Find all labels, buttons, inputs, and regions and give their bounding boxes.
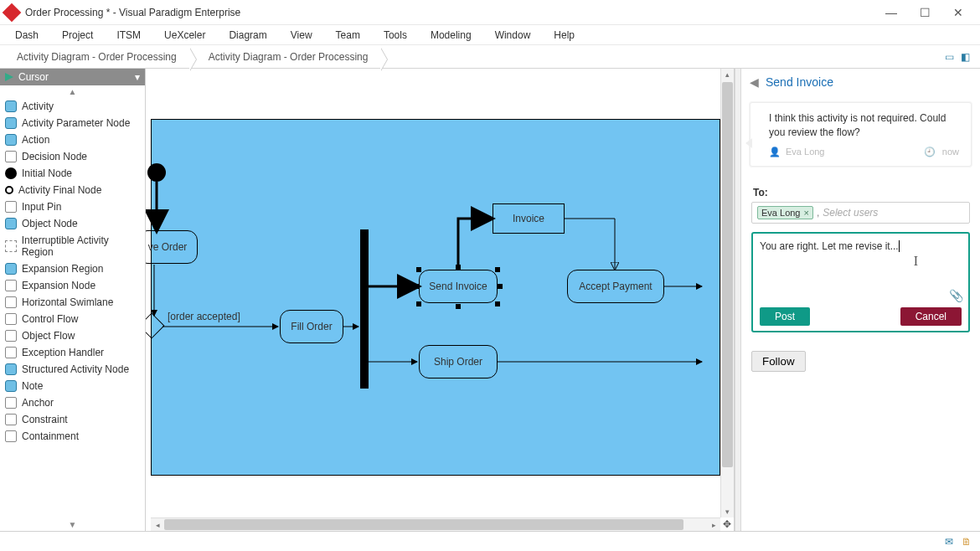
structured-icon bbox=[5, 363, 17, 375]
horizontal-scrollbar[interactable]: ◂ ▸ bbox=[151, 518, 720, 531]
pan-icon[interactable]: ✥ bbox=[720, 518, 734, 531]
selection-handle[interactable] bbox=[416, 301, 421, 306]
statusbar: ✉ 🗎 bbox=[0, 531, 980, 551]
node-fork-bar[interactable] bbox=[360, 229, 369, 389]
splitter[interactable] bbox=[735, 69, 741, 531]
exception-icon bbox=[5, 347, 17, 358]
action-icon bbox=[5, 134, 17, 146]
node-initial[interactable] bbox=[147, 163, 166, 182]
comment-text: I think this activity is not required. C… bbox=[769, 111, 959, 140]
palette-item-action[interactable]: Action bbox=[0, 131, 145, 148]
palette-item-object-node[interactable]: Object Node bbox=[0, 215, 145, 232]
post-button[interactable]: Post bbox=[760, 307, 810, 326]
menu-uexceler[interactable]: UeXceler bbox=[164, 29, 205, 41]
cursor-icon bbox=[5, 73, 13, 81]
palette-item-anchor[interactable]: Anchor bbox=[0, 394, 145, 411]
node-accept-payment[interactable]: Accept Payment bbox=[567, 270, 664, 303]
node-send-invoice[interactable]: Send Invoice bbox=[419, 270, 498, 303]
mail-icon[interactable]: ✉ bbox=[945, 536, 953, 548]
edge-label-order-accepted: [order accepted] bbox=[168, 311, 240, 322]
palette-item-swimlane[interactable]: Horizontal Swimlane bbox=[0, 294, 145, 311]
follow-button[interactable]: Follow bbox=[751, 351, 806, 372]
to-field[interactable]: Eva Long × , Select users bbox=[751, 202, 970, 224]
attachment-icon[interactable]: 📎 bbox=[949, 289, 963, 302]
palette-item-note[interactable]: Note bbox=[0, 378, 145, 394]
comments-panel: ◀ Send Invoice I think this activity is … bbox=[741, 69, 980, 531]
final-icon bbox=[5, 186, 13, 194]
breadcrumb-item[interactable]: Activity Diagram - Order Processing bbox=[199, 48, 382, 66]
toolbar-icon[interactable]: ▭ bbox=[945, 51, 954, 63]
menu-project[interactable]: Project bbox=[62, 29, 93, 41]
text-cursor-icon: I bbox=[914, 254, 918, 269]
selection-handle[interactable] bbox=[416, 267, 421, 272]
palette-item-structured[interactable]: Structured Activity Node bbox=[0, 361, 145, 378]
selection-handle[interactable] bbox=[456, 265, 461, 270]
selection-handle[interactable] bbox=[414, 284, 419, 289]
scrollbar-thumb[interactable] bbox=[164, 519, 683, 530]
control-flow-icon bbox=[5, 313, 17, 325]
selection-handle[interactable] bbox=[495, 301, 500, 306]
to-placeholder: Select users bbox=[823, 207, 878, 219]
message-box[interactable]: You are right. Let me revise it... I 📎 P… bbox=[751, 232, 970, 332]
maximize-button[interactable]: ☐ bbox=[908, 0, 941, 25]
diagram-area[interactable]: ve Order Fill Order Send Invoice Invoice… bbox=[146, 69, 735, 531]
palette-item-interruptible[interactable]: Interruptible Activity Region bbox=[0, 232, 145, 260]
node-receive-order[interactable]: ve Order bbox=[146, 230, 198, 264]
menu-diagram[interactable]: Diagram bbox=[229, 29, 266, 41]
user-icon: 👤 bbox=[769, 147, 781, 157]
to-separator: , bbox=[817, 207, 819, 219]
chevron-down-icon: ▾ bbox=[135, 71, 140, 83]
palette-item-expansion-region[interactable]: Expansion Region bbox=[0, 260, 145, 277]
palette-item-input-pin[interactable]: Input Pin bbox=[0, 198, 145, 215]
palette-cursor[interactable]: Cursor ▾ bbox=[0, 69, 145, 85]
palette-item-object-flow[interactable]: Object Flow bbox=[0, 327, 145, 344]
object-flow-icon bbox=[5, 330, 17, 342]
node-ship-order[interactable]: Ship Order bbox=[419, 345, 498, 378]
minimize-button[interactable]: — bbox=[874, 0, 908, 25]
selection-handle[interactable] bbox=[495, 267, 500, 272]
palette-item-containment[interactable]: Containment bbox=[0, 428, 145, 445]
menu-modeling[interactable]: Modeling bbox=[431, 29, 472, 41]
palette-item-activity[interactable]: Activity bbox=[0, 98, 145, 115]
palette-item-initial[interactable]: Initial Node bbox=[0, 165, 145, 182]
chip-remove-icon[interactable]: × bbox=[803, 208, 808, 218]
to-label: To: bbox=[753, 187, 968, 198]
menu-help[interactable]: Help bbox=[554, 29, 575, 41]
menubar: Dash Project ITSM UeXceler Diagram View … bbox=[0, 25, 980, 45]
palette-item-constraint[interactable]: Constraint bbox=[0, 411, 145, 428]
chip-label: Eva Long bbox=[761, 208, 800, 218]
palette-item-decision[interactable]: Decision Node bbox=[0, 148, 145, 165]
object-node-icon bbox=[5, 218, 17, 229]
breadcrumb-item[interactable]: Activity Diagram - Order Processing bbox=[7, 48, 190, 66]
palette-collapse-up[interactable]: ▲ bbox=[0, 85, 145, 98]
palette-item-final[interactable]: Activity Final Node bbox=[0, 182, 145, 198]
toolbar-icon[interactable]: ◧ bbox=[961, 51, 970, 63]
menu-itsm[interactable]: ITSM bbox=[116, 29, 141, 41]
vertical-scrollbar[interactable]: ▴ ▾ bbox=[720, 69, 734, 518]
selection-handle[interactable] bbox=[498, 284, 503, 289]
app-logo-icon bbox=[3, 3, 22, 22]
cancel-button[interactable]: Cancel bbox=[900, 307, 962, 326]
palette-item-control-flow[interactable]: Control Flow bbox=[0, 311, 145, 327]
menu-view[interactable]: View bbox=[291, 29, 312, 41]
scrollbar-thumb[interactable] bbox=[722, 82, 733, 467]
palette-item-expansion-node[interactable]: Expansion Node bbox=[0, 277, 145, 294]
node-invoice[interactable]: Invoice bbox=[493, 203, 565, 234]
close-button[interactable]: ✕ bbox=[941, 0, 975, 25]
menu-window[interactable]: Window bbox=[495, 29, 531, 41]
palette-item-activity-param[interactable]: Activity Parameter Node bbox=[0, 115, 145, 131]
menu-team[interactable]: Team bbox=[336, 29, 360, 41]
note-icon bbox=[5, 380, 17, 392]
palette-item-exception[interactable]: Exception Handler bbox=[0, 344, 145, 361]
user-chip[interactable]: Eva Long × bbox=[757, 206, 813, 219]
clock-icon: 🕘 bbox=[924, 147, 936, 157]
node-fill-order[interactable]: Fill Order bbox=[280, 310, 343, 343]
notes-icon[interactable]: 🗎 bbox=[962, 536, 972, 548]
menu-dash[interactable]: Dash bbox=[15, 29, 39, 41]
palette-collapse-down[interactable]: ▼ bbox=[0, 518, 145, 531]
anchor-icon bbox=[5, 397, 17, 409]
back-icon[interactable]: ◀ bbox=[750, 75, 759, 89]
menu-tools[interactable]: Tools bbox=[384, 29, 407, 41]
selection-handle[interactable] bbox=[456, 304, 461, 309]
input-pin-icon bbox=[5, 201, 17, 213]
